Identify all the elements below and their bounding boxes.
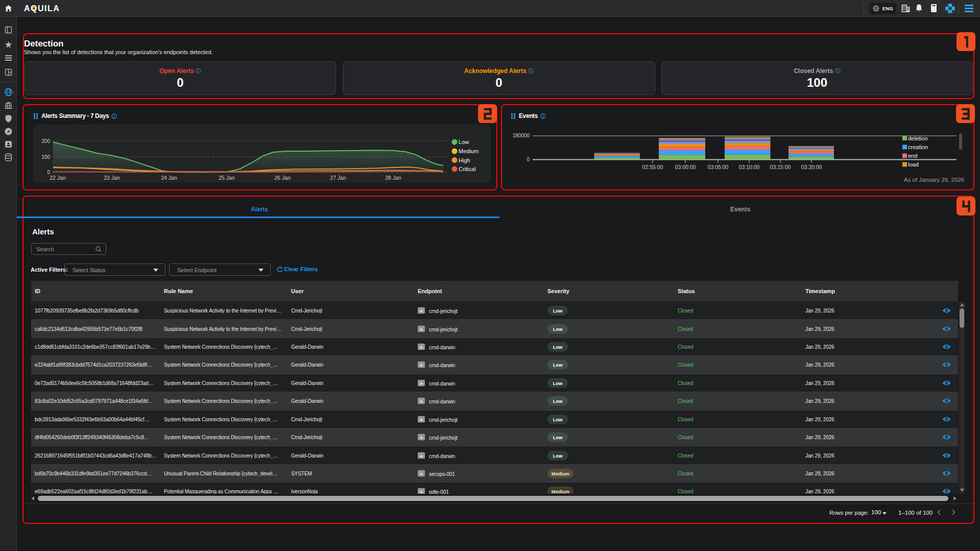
svg-text:High: High bbox=[459, 157, 470, 163]
svg-text:28 Jan: 28 Jan bbox=[385, 175, 401, 181]
svg-text:23 Jan: 23 Jan bbox=[104, 175, 120, 181]
svg-text:deletion: deletion bbox=[908, 135, 928, 141]
svg-text:end: end bbox=[908, 153, 917, 159]
svg-text:22 Jan: 22 Jan bbox=[50, 175, 66, 181]
svg-text:0: 0 bbox=[527, 157, 530, 162]
svg-text:02:55:00: 02:55:00 bbox=[642, 164, 663, 170]
svg-text:03:15:00: 03:15:00 bbox=[770, 164, 791, 170]
svg-text:200: 200 bbox=[41, 138, 50, 144]
svg-text:25 Jan: 25 Jan bbox=[219, 175, 235, 181]
svg-text:180000: 180000 bbox=[513, 133, 530, 138]
svg-text:03:20:00: 03:20:00 bbox=[801, 164, 822, 170]
svg-text:creation: creation bbox=[908, 144, 928, 150]
svg-text:Critical: Critical bbox=[459, 166, 476, 172]
svg-text:26 Jan: 26 Jan bbox=[274, 175, 291, 181]
svg-text:24 Jan: 24 Jan bbox=[161, 175, 177, 181]
svg-text:27 Jan: 27 Jan bbox=[330, 175, 346, 181]
svg-text:03:10:00: 03:10:00 bbox=[739, 164, 760, 170]
svg-text:load: load bbox=[908, 161, 919, 167]
svg-text:03:05:00: 03:05:00 bbox=[708, 164, 729, 170]
svg-text:Medium: Medium bbox=[459, 148, 479, 154]
svg-text:100: 100 bbox=[41, 154, 50, 160]
svg-text:03:00:00: 03:00:00 bbox=[675, 164, 696, 170]
svg-text:Low: Low bbox=[459, 139, 469, 145]
